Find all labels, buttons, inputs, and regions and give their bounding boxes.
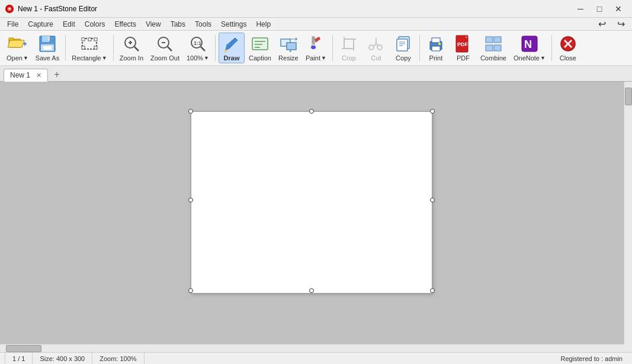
redo-button[interactable]: ↪ xyxy=(612,18,630,31)
pdf-label: PDF xyxy=(457,54,470,62)
combine-label: Combine xyxy=(480,54,506,62)
zoom-label: Zoom: 100% xyxy=(100,355,136,362)
menubar: File Capture Edit Colors Effects View Ta… xyxy=(0,18,632,31)
draw-button[interactable]: Draw xyxy=(219,33,245,63)
resize-button[interactable]: Resize xyxy=(275,33,301,63)
handle-ml[interactable] xyxy=(188,198,193,202)
svg-rect-4 xyxy=(9,38,14,40)
statusbar: 1 / 1 Size: 400 x 300 Zoom: 100% Registe… xyxy=(0,352,632,364)
svg-rect-51 xyxy=(432,46,440,51)
separator-1 xyxy=(65,35,66,61)
tab-close-button[interactable]: ✕ xyxy=(36,72,41,79)
svg-rect-45 xyxy=(397,39,408,51)
save-as-button[interactable]: Save As xyxy=(33,33,62,63)
svg-rect-7 xyxy=(48,36,50,41)
open-button[interactable]: Open ▼ xyxy=(4,33,31,63)
zoom-in-label: Zoom In xyxy=(120,54,143,62)
pdf-button[interactable]: PDF PDF xyxy=(450,33,476,63)
svg-line-25 xyxy=(201,47,205,51)
tab-add-button[interactable]: + xyxy=(50,68,63,81)
undo-button[interactable]: ↩ xyxy=(593,18,611,31)
copy-label: Copy xyxy=(396,54,411,62)
scroll-thumb-v[interactable] xyxy=(625,88,632,105)
svg-point-39 xyxy=(369,45,374,50)
separator-6 xyxy=(551,35,552,61)
cut-label: Cut xyxy=(371,54,381,62)
menu-tabs[interactable]: Tabs xyxy=(166,18,190,30)
svg-point-52 xyxy=(438,43,441,45)
menu-capture[interactable]: Capture xyxy=(23,18,58,30)
minimize-button[interactable]: ─ xyxy=(572,2,589,15)
handle-bc[interactable] xyxy=(309,288,314,293)
svg-rect-38 xyxy=(344,39,354,49)
handle-tc[interactable] xyxy=(309,109,314,114)
cut-icon xyxy=(367,34,386,53)
close-img-button[interactable]: Close xyxy=(555,33,581,63)
svg-line-19 xyxy=(134,47,139,51)
crop-icon xyxy=(339,34,358,53)
resize-icon xyxy=(279,34,298,53)
pdf-icon: PDF xyxy=(454,34,473,53)
separator-5 xyxy=(419,35,420,61)
menu-effects[interactable]: Effects xyxy=(110,18,140,30)
menu-tools[interactable]: Tools xyxy=(190,18,216,30)
print-button[interactable]: Print xyxy=(423,33,449,63)
zoom-out-button[interactable]: Zoom Out xyxy=(147,33,182,63)
svg-rect-57 xyxy=(486,45,493,51)
menu-help[interactable]: Help xyxy=(251,18,275,30)
rectangle-arrow: ▼ xyxy=(102,55,107,61)
status-page: 1 / 1 xyxy=(5,353,33,364)
svg-rect-55 xyxy=(486,37,493,43)
menu-file[interactable]: File xyxy=(2,18,23,30)
open-label: Open xyxy=(7,54,23,62)
scrollbar-vertical[interactable] xyxy=(624,82,632,344)
zoom-in-button[interactable]: Zoom In xyxy=(117,33,146,63)
separator-2 xyxy=(113,35,114,61)
crop-button[interactable]: Crop xyxy=(336,33,362,63)
status-registered: Registered to : admin xyxy=(556,355,627,362)
handle-mr[interactable] xyxy=(430,198,435,202)
handle-tl[interactable] xyxy=(188,109,193,114)
svg-rect-56 xyxy=(494,37,501,43)
print-icon xyxy=(426,34,445,53)
zoom-in-icon xyxy=(122,34,141,53)
close-img-label: Close xyxy=(560,54,576,62)
scrollbar-horizontal[interactable] xyxy=(0,344,624,352)
svg-text:1:1: 1:1 xyxy=(194,40,201,46)
caption-button[interactable]: Caption xyxy=(246,33,274,63)
resize-label: Resize xyxy=(278,54,299,62)
handle-tr[interactable] xyxy=(430,109,435,114)
zoom-pct-icon: 1:1 xyxy=(188,34,207,53)
zoom-pct-label: 100% xyxy=(187,54,203,62)
caption-icon xyxy=(251,34,270,53)
close-btn-icon xyxy=(559,34,578,53)
onenote-button[interactable]: N OneNote ▼ xyxy=(511,33,548,63)
svg-rect-58 xyxy=(494,45,501,51)
menu-view[interactable]: View xyxy=(141,18,166,30)
open-icon xyxy=(8,34,27,53)
paint-button[interactable]: Paint ▼ xyxy=(303,33,329,63)
cut-button[interactable]: Cut xyxy=(363,33,389,63)
titlebar-title: New 1 - FastStone Editor xyxy=(18,5,97,13)
menu-colors[interactable]: Colors xyxy=(80,18,110,30)
menu-settings[interactable]: Settings xyxy=(216,18,251,30)
rectangle-button[interactable]: Rectangle ▼ xyxy=(69,33,110,63)
handle-bl[interactable] xyxy=(188,288,193,293)
scroll-thumb-h[interactable] xyxy=(6,345,41,352)
svg-rect-11 xyxy=(82,38,85,41)
copy-button[interactable]: Copy xyxy=(390,33,416,63)
zoom-pct-button[interactable]: 1:1 100% ▼ xyxy=(184,33,212,63)
image-canvas[interactable] xyxy=(191,111,432,294)
combine-button[interactable]: Combine xyxy=(477,33,509,63)
menu-edit[interactable]: Edit xyxy=(58,18,80,30)
paint-icon xyxy=(306,34,325,53)
onenote-label: OneNote xyxy=(514,54,540,62)
handle-br[interactable] xyxy=(430,288,435,293)
tab-new1[interactable]: New 1 ✕ xyxy=(4,69,48,82)
maximize-button[interactable]: □ xyxy=(591,2,608,15)
window-close-button[interactable]: ✕ xyxy=(609,2,627,15)
svg-rect-26 xyxy=(252,38,268,50)
paint-arrow: ▼ xyxy=(321,55,326,61)
registered-label: Registered to : admin xyxy=(560,355,623,362)
status-zoom: Zoom: 100% xyxy=(92,353,144,364)
